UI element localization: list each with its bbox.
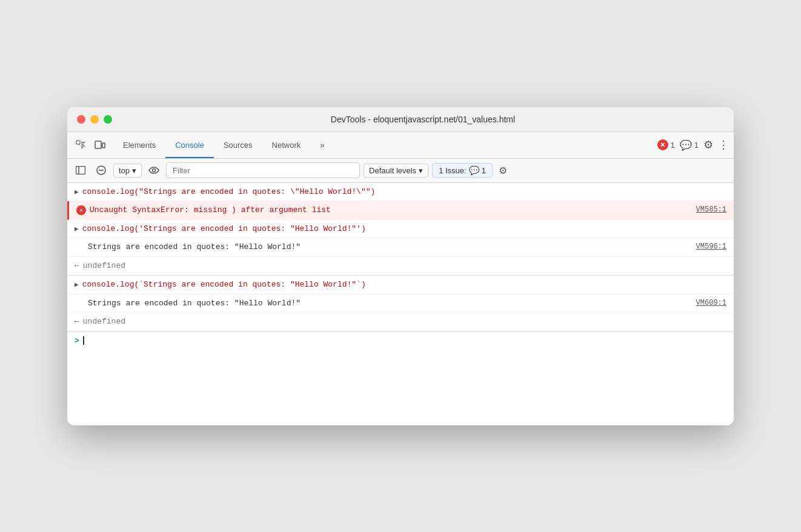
output-content-1: Strings are encoded in quotes: "Hello Wo… <box>88 241 696 253</box>
expand-icon-6[interactable]: ▶ <box>75 280 79 290</box>
eye-icon[interactable] <box>145 162 162 179</box>
main-tabs: Elements Console Sources Network » <box>113 132 657 158</box>
log-text-3: console.log('Strings are encoded in quot… <box>82 224 366 233</box>
console-row-6: ▶ console.log(`Strings are encoded in qu… <box>67 276 734 294</box>
svg-rect-0 <box>76 141 80 144</box>
device-icon[interactable] <box>91 136 108 153</box>
log-levels-selector[interactable]: Default levels ▾ <box>364 164 428 178</box>
svg-rect-2 <box>102 143 105 148</box>
close-button[interactable] <box>77 115 85 124</box>
undefined-text-2: undefined <box>83 316 125 328</box>
console-settings-icon[interactable]: ⚙ <box>499 165 507 176</box>
console-row-3: ▶ console.log('Strings are encoded in qu… <box>67 220 734 239</box>
error-text: Uncaught SyntaxError: missing ) after ar… <box>90 205 331 214</box>
console-row-error: ✕ Uncaught SyntaxError: missing ) after … <box>67 201 734 220</box>
tab-console[interactable]: Console <box>165 132 214 158</box>
console-row-1: ▶ console.log("Strings are encoded in qu… <box>67 183 734 202</box>
sidebar-toggle-button[interactable] <box>72 162 89 179</box>
svg-point-7 <box>153 169 156 172</box>
title-bar: DevTools - eloquentjavascript.net/01_val… <box>67 107 734 132</box>
settings-icon[interactable]: ⚙ <box>703 138 713 151</box>
output-content-2: Strings are encoded in quotes: "Hello Wo… <box>88 298 696 310</box>
more-options-icon[interactable]: ⋮ <box>718 138 729 151</box>
tab-elements[interactable]: Elements <box>113 132 165 158</box>
expand-icon-3[interactable]: ▶ <box>75 224 79 234</box>
tab-bar: Elements Console Sources Network » ✕ 1 💬 <box>67 132 734 159</box>
info-badge[interactable]: 💬 1 <box>680 139 699 151</box>
tab-more[interactable]: » <box>310 132 334 158</box>
svg-rect-1 <box>95 141 101 148</box>
console-output: ▶ console.log("Strings are encoded in qu… <box>67 183 734 425</box>
error-circle-icon: ✕ <box>76 205 86 215</box>
output-link-2[interactable]: VM609:1 <box>696 298 726 308</box>
console-toolbar: top ▾ Default levels ▾ 1 Issue: 💬 1 ⚙ <box>67 159 734 183</box>
row-content-1: console.log("Strings are encoded in quot… <box>82 186 726 198</box>
tab-sources[interactable]: Sources <box>214 132 262 158</box>
info-icon: 💬 <box>680 139 692 151</box>
error-icon: ✕ <box>657 139 668 150</box>
tab-bar-left-icons <box>72 136 108 153</box>
console-row-5: ← undefined <box>67 257 734 276</box>
cursor <box>83 336 84 345</box>
inspect-icon[interactable] <box>72 136 89 153</box>
output-text-1: Strings are encoded in quotes: "Hello Wo… <box>88 242 301 251</box>
issue-badge[interactable]: 1 Issue: 💬 1 <box>432 163 493 178</box>
log-text-1: console.log("Strings are encoded in quot… <box>82 187 376 196</box>
traffic-lights <box>77 115 112 124</box>
output-link-1[interactable]: VM596:1 <box>696 241 726 252</box>
row-content-6: console.log(`Strings are encoded in quot… <box>82 279 726 291</box>
issue-icon: 💬 <box>469 165 479 175</box>
return-icon-1: ← <box>75 260 79 272</box>
console-input-row[interactable]: > <box>67 332 734 350</box>
console-row-8: ← undefined <box>67 313 734 331</box>
filter-input[interactable] <box>166 162 360 178</box>
log-text-6: console.log(`Strings are encoded in quot… <box>82 280 366 289</box>
svg-rect-3 <box>76 167 85 175</box>
expand-icon-1[interactable]: ▶ <box>75 187 79 198</box>
error-link-1[interactable]: VM585:1 <box>696 204 726 215</box>
error-content: Uncaught SyntaxError: missing ) after ar… <box>90 204 696 216</box>
output-text-2: Strings are encoded in quotes: "Hello Wo… <box>88 299 301 308</box>
levels-dropdown-icon: ▾ <box>419 166 423 175</box>
clear-console-button[interactable] <box>93 162 110 179</box>
context-selector[interactable]: top ▾ <box>113 164 142 178</box>
window-title: DevTools - eloquentjavascript.net/01_val… <box>122 115 724 124</box>
row-content-3: console.log('Strings are encoded in quot… <box>82 223 726 235</box>
return-icon-2: ← <box>75 316 79 328</box>
tab-network[interactable]: Network <box>262 132 311 158</box>
dropdown-arrow-icon: ▾ <box>132 166 136 175</box>
devtools-window: DevTools - eloquentjavascript.net/01_val… <box>67 107 734 425</box>
console-row-7: Strings are encoded in quotes: "Hello Wo… <box>67 294 734 313</box>
minimize-button[interactable] <box>90 115 99 124</box>
tab-bar-right: ✕ 1 💬 1 ⚙ ⋮ <box>657 138 729 151</box>
error-badge[interactable]: ✕ 1 <box>657 139 675 150</box>
undefined-text-1: undefined <box>83 260 125 272</box>
maximize-button[interactable] <box>104 115 112 124</box>
console-row-4: Strings are encoded in quotes: "Hello Wo… <box>67 238 734 257</box>
prompt-icon: > <box>75 335 79 347</box>
